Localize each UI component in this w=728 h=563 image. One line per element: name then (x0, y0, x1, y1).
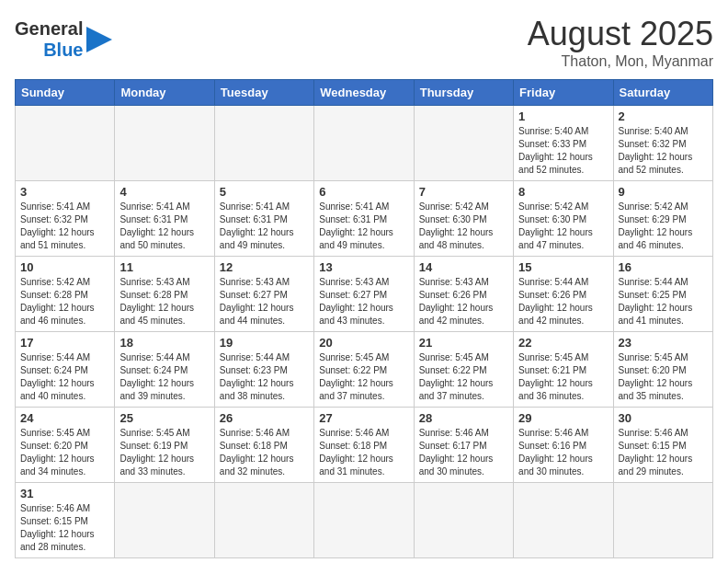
calendar-cell: 17Sunrise: 5:44 AM Sunset: 6:24 PM Dayli… (16, 332, 115, 408)
calendar-cell (115, 483, 214, 558)
calendar-week-5: 24Sunrise: 5:45 AM Sunset: 6:20 PM Dayli… (16, 408, 713, 483)
day-info: Sunrise: 5:43 AM Sunset: 6:28 PM Dayligh… (119, 276, 209, 327)
day-info: Sunrise: 5:42 AM Sunset: 6:29 PM Dayligh… (619, 201, 708, 252)
day-info: Sunrise: 5:43 AM Sunset: 6:27 PM Dayligh… (319, 276, 408, 327)
calendar-cell (514, 483, 613, 558)
day-number: 1 (518, 109, 608, 123)
calendar-cell: 12Sunrise: 5:43 AM Sunset: 6:27 PM Dayli… (214, 257, 313, 332)
day-number: 29 (518, 411, 608, 425)
day-info: Sunrise: 5:41 AM Sunset: 6:31 PM Dayligh… (319, 201, 408, 252)
day-info: Sunrise: 5:45 AM Sunset: 6:21 PM Dayligh… (518, 351, 608, 403)
calendar-cell: 16Sunrise: 5:44 AM Sunset: 6:25 PM Dayli… (613, 257, 712, 332)
day-number: 12 (220, 260, 309, 274)
logo-blue-text: Blue (43, 40, 83, 61)
calendar-cell: 10Sunrise: 5:42 AM Sunset: 6:28 PM Dayli… (16, 257, 115, 332)
day-info: Sunrise: 5:44 AM Sunset: 6:23 PM Dayligh… (220, 351, 309, 403)
calendar-cell: 9Sunrise: 5:42 AM Sunset: 6:29 PM Daylig… (613, 181, 712, 257)
day-info: Sunrise: 5:42 AM Sunset: 6:30 PM Dayligh… (518, 201, 608, 252)
day-info: Sunrise: 5:42 AM Sunset: 6:28 PM Dayligh… (20, 276, 109, 327)
day-info: Sunrise: 5:40 AM Sunset: 6:33 PM Dayligh… (518, 125, 608, 177)
calendar-cell (214, 106, 313, 181)
weekday-header-wednesday: Wednesday (314, 80, 414, 106)
day-number: 30 (619, 411, 708, 425)
day-info: Sunrise: 5:43 AM Sunset: 6:27 PM Dayligh… (220, 276, 309, 327)
calendar-cell: 2Sunrise: 5:40 AM Sunset: 6:32 PM Daylig… (613, 106, 712, 181)
day-number: 5 (220, 185, 309, 199)
title-area: August 2025 Thaton, Mon, Myanmar (528, 15, 713, 70)
calendar-week-4: 17Sunrise: 5:44 AM Sunset: 6:24 PM Dayli… (16, 332, 713, 408)
calendar-cell (314, 106, 414, 181)
day-number: 31 (20, 487, 109, 500)
day-info: Sunrise: 5:44 AM Sunset: 6:26 PM Dayligh… (518, 276, 608, 327)
day-number: 14 (419, 260, 508, 274)
day-number: 2 (619, 109, 708, 123)
day-info: Sunrise: 5:45 AM Sunset: 6:20 PM Dayligh… (20, 427, 109, 478)
calendar-cell: 24Sunrise: 5:45 AM Sunset: 6:20 PM Dayli… (16, 408, 115, 483)
day-number: 4 (119, 185, 209, 199)
calendar-cell (214, 483, 313, 558)
calendar-week-3: 10Sunrise: 5:42 AM Sunset: 6:28 PM Dayli… (16, 257, 713, 332)
calendar-cell: 7Sunrise: 5:42 AM Sunset: 6:30 PM Daylig… (414, 181, 513, 257)
weekday-header-monday: Monday (115, 80, 214, 106)
day-info: Sunrise: 5:40 AM Sunset: 6:32 PM Dayligh… (619, 125, 708, 177)
day-info: Sunrise: 5:44 AM Sunset: 6:25 PM Dayligh… (619, 276, 708, 327)
calendar-cell: 23Sunrise: 5:45 AM Sunset: 6:20 PM Dayli… (613, 332, 712, 408)
calendar-cell (115, 106, 214, 181)
calendar-cell: 31Sunrise: 5:46 AM Sunset: 6:15 PM Dayli… (16, 483, 115, 558)
day-number: 19 (220, 336, 309, 350)
calendar-cell: 3Sunrise: 5:41 AM Sunset: 6:32 PM Daylig… (16, 181, 115, 257)
day-number: 7 (419, 185, 508, 199)
day-info: Sunrise: 5:46 AM Sunset: 6:15 PM Dayligh… (20, 502, 109, 554)
weekday-header-tuesday: Tuesday (214, 80, 313, 106)
calendar-week-6: 31Sunrise: 5:46 AM Sunset: 6:15 PM Dayli… (16, 483, 713, 558)
weekday-header-thursday: Thursday (414, 80, 513, 106)
calendar-week-1: 1Sunrise: 5:40 AM Sunset: 6:33 PM Daylig… (16, 106, 713, 181)
calendar-cell: 22Sunrise: 5:45 AM Sunset: 6:21 PM Dayli… (514, 332, 613, 408)
weekday-header-saturday: Saturday (613, 80, 712, 106)
day-number: 25 (119, 411, 209, 425)
day-number: 22 (518, 336, 608, 350)
day-info: Sunrise: 5:46 AM Sunset: 6:18 PM Dayligh… (220, 427, 309, 478)
logo: General Blue (15, 18, 112, 61)
calendar-cell (414, 106, 513, 181)
calendar-cell: 14Sunrise: 5:43 AM Sunset: 6:26 PM Dayli… (414, 257, 513, 332)
day-number: 9 (619, 185, 708, 199)
day-info: Sunrise: 5:45 AM Sunset: 6:22 PM Dayligh… (319, 351, 408, 403)
day-number: 17 (20, 336, 109, 350)
weekday-header-friday: Friday (514, 80, 613, 106)
day-number: 3 (20, 185, 109, 199)
calendar-cell (16, 106, 115, 181)
location-subtitle: Thaton, Mon, Myanmar (528, 53, 713, 70)
day-info: Sunrise: 5:46 AM Sunset: 6:15 PM Dayligh… (619, 427, 708, 478)
calendar-cell: 1Sunrise: 5:40 AM Sunset: 6:33 PM Daylig… (514, 106, 613, 181)
day-number: 26 (220, 411, 309, 425)
logo-general-text: General (15, 18, 83, 40)
calendar-cell: 5Sunrise: 5:41 AM Sunset: 6:31 PM Daylig… (214, 181, 313, 257)
day-info: Sunrise: 5:42 AM Sunset: 6:30 PM Dayligh… (419, 201, 508, 252)
day-number: 13 (319, 260, 408, 274)
day-number: 16 (619, 260, 708, 274)
calendar-cell: 30Sunrise: 5:46 AM Sunset: 6:15 PM Dayli… (613, 408, 712, 483)
calendar-cell: 27Sunrise: 5:46 AM Sunset: 6:18 PM Dayli… (314, 408, 414, 483)
day-info: Sunrise: 5:46 AM Sunset: 6:16 PM Dayligh… (518, 427, 608, 478)
calendar-cell: 20Sunrise: 5:45 AM Sunset: 6:22 PM Dayli… (314, 332, 414, 408)
calendar-cell: 8Sunrise: 5:42 AM Sunset: 6:30 PM Daylig… (514, 181, 613, 257)
day-number: 8 (518, 185, 608, 199)
calendar-cell: 29Sunrise: 5:46 AM Sunset: 6:16 PM Dayli… (514, 408, 613, 483)
day-info: Sunrise: 5:41 AM Sunset: 6:32 PM Dayligh… (20, 201, 109, 252)
weekday-header-sunday: Sunday (16, 80, 115, 106)
calendar-cell (314, 483, 414, 558)
day-info: Sunrise: 5:43 AM Sunset: 6:26 PM Dayligh… (419, 276, 508, 327)
calendar-cell (414, 483, 513, 558)
day-number: 10 (20, 260, 109, 274)
day-info: Sunrise: 5:46 AM Sunset: 6:18 PM Dayligh… (319, 427, 408, 478)
calendar-cell: 15Sunrise: 5:44 AM Sunset: 6:26 PM Dayli… (514, 257, 613, 332)
day-info: Sunrise: 5:45 AM Sunset: 6:19 PM Dayligh… (119, 427, 209, 478)
calendar-cell: 26Sunrise: 5:46 AM Sunset: 6:18 PM Dayli… (214, 408, 313, 483)
day-info: Sunrise: 5:41 AM Sunset: 6:31 PM Dayligh… (119, 201, 209, 252)
day-number: 6 (319, 185, 408, 199)
calendar-cell: 21Sunrise: 5:45 AM Sunset: 6:22 PM Dayli… (414, 332, 513, 408)
calendar-cell: 18Sunrise: 5:44 AM Sunset: 6:24 PM Dayli… (115, 332, 214, 408)
weekday-header-row: SundayMondayTuesdayWednesdayThursdayFrid… (16, 80, 713, 106)
day-number: 20 (319, 336, 408, 350)
